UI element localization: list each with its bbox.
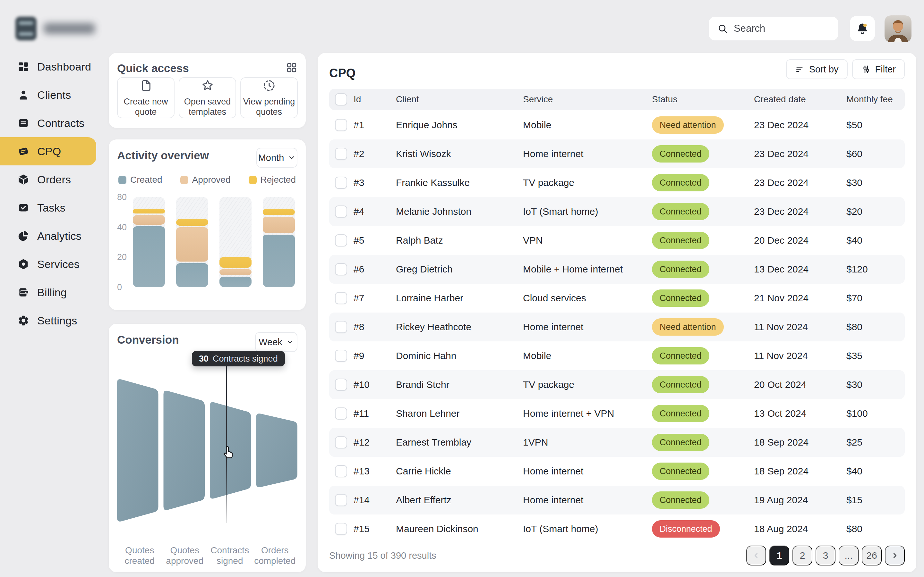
table-row[interactable]: #5Ralph BatzVPNConnected20 Dec 2024$40 [329, 226, 905, 255]
sidebar-item-orders[interactable]: Orders [0, 165, 96, 193]
create-new-quote-button[interactable]: Create new quote [117, 77, 174, 118]
quick-action-label: Open saved templates [179, 97, 236, 117]
cell-monthly-fee: $20 [846, 206, 905, 217]
table-row[interactable]: #12Earnest Tremblay1VPNConnected18 Sep 2… [329, 428, 905, 457]
cell-status: Connected [652, 347, 754, 364]
view-pending-quotes-button[interactable]: View pending quotes [240, 77, 298, 118]
page-button-3[interactable]: 3 [816, 546, 835, 566]
user-avatar[interactable] [885, 15, 911, 42]
cell-service: IoT (Smart home) [523, 206, 652, 217]
conversion-period-value: Week [258, 337, 282, 348]
page-button-2[interactable]: 2 [792, 546, 813, 566]
chevron-left-icon [752, 551, 760, 560]
page-button-1[interactable]: 1 [769, 546, 789, 566]
filter-button[interactable]: Filter [852, 59, 905, 79]
table-row[interactable]: #9Dominic HahnMobileConnected11 Nov 2024… [329, 342, 905, 370]
funnel-segments[interactable] [117, 375, 297, 526]
row-checkbox[interactable] [335, 321, 347, 333]
row-checkbox[interactable] [335, 465, 347, 477]
page-ellipsis: ... [838, 546, 859, 566]
bar-track-week-4[interactable] [263, 197, 295, 287]
analytics-icon [17, 230, 29, 242]
row-checkbox[interactable] [335, 350, 347, 362]
avatar-photo-icon [885, 15, 911, 42]
funnel-segment-quotes-approved[interactable] [164, 391, 205, 510]
table-row[interactable]: #13Carrie HickleHome internetConnected18… [329, 457, 905, 486]
sidebar-item-cpq[interactable]: CPQ [0, 137, 96, 165]
sidebar-item-clients[interactable]: Clients [0, 81, 96, 109]
row-checkbox[interactable] [335, 408, 347, 420]
activity-legend: CreatedApprovedRejected [118, 175, 296, 185]
bar-segment-approved [133, 215, 165, 225]
search-bar[interactable] [709, 17, 838, 40]
notifications-button[interactable] [850, 16, 875, 41]
open-saved-templates-button[interactable]: Open saved templates [179, 77, 236, 118]
table-row[interactable]: #6Greg DietrichMobile + Home internetCon… [329, 255, 905, 284]
bar-track-week-2[interactable] [176, 197, 208, 287]
sidebar-item-label: Tasks [37, 201, 65, 214]
select-all-checkbox[interactable] [335, 93, 347, 105]
table-row[interactable]: #2Kristi WisozkHome internetConnected23 … [329, 139, 905, 168]
column-header-monthly-fee: Monthly fee [846, 94, 905, 105]
cell-client: Albert Effertz [396, 495, 523, 506]
conversion-period-select[interactable]: Week [255, 332, 297, 352]
cell-status: Connected [652, 376, 754, 393]
row-checkbox[interactable] [335, 263, 347, 276]
table-row[interactable]: #11Sharon LehnerHome internet + VPNConne… [329, 399, 905, 428]
search-input[interactable] [734, 23, 824, 34]
row-checkbox[interactable] [335, 148, 347, 160]
table-row[interactable]: #8Rickey HeathcoteHome internetNeed atte… [329, 313, 905, 342]
status-badge: Connected [652, 203, 709, 220]
row-checkbox[interactable] [335, 205, 347, 218]
bar-track-week-1[interactable] [133, 197, 165, 287]
table-row[interactable]: #10Brandi StehrTV packageConnected20 Oct… [329, 370, 905, 399]
table-row[interactable]: #1Enrique JohnsMobileNeed attention23 De… [329, 111, 905, 139]
cell-created-date: 20 Dec 2024 [754, 235, 846, 246]
row-checkbox[interactable] [335, 119, 347, 131]
grid-icon[interactable] [286, 62, 297, 73]
row-checkbox[interactable] [335, 523, 347, 535]
funnel-tooltip: 30 Contracts signed [192, 351, 285, 366]
services-icon [17, 258, 29, 270]
table-row[interactable]: #7Lorraine HarberCloud servicesConnected… [329, 284, 905, 313]
cell-id: #11 [354, 408, 396, 419]
sidebar-item-settings[interactable]: Settings [0, 306, 96, 335]
cell-created-date: 23 Dec 2024 [754, 177, 846, 188]
table-row[interactable]: #3Frankie KassulkeTV packageConnected23 … [329, 168, 905, 197]
next-page-button[interactable] [885, 546, 905, 566]
row-checkbox[interactable] [335, 379, 347, 391]
cell-client: Carrie Hickle [396, 466, 523, 477]
cell-monthly-fee: $60 [846, 148, 905, 159]
activity-period-select[interactable]: Month [256, 148, 297, 168]
cell-service: Home internet [523, 466, 652, 477]
clock-icon [262, 79, 276, 93]
funnel-segment-orders-completed[interactable] [256, 414, 298, 487]
sidebar-item-dashboard[interactable]: Dashboard [0, 53, 96, 81]
sidebar-item-contracts[interactable]: Contracts [0, 109, 96, 137]
cell-client: Lorraine Harber [396, 293, 523, 303]
row-checkbox[interactable] [335, 234, 347, 247]
row-checkbox[interactable] [335, 177, 347, 189]
page-button-26[interactable]: 26 [862, 546, 882, 566]
previous-page-button[interactable] [746, 546, 766, 566]
sidebar-item-analytics[interactable]: Analytics [0, 222, 96, 250]
sidebar-item-tasks[interactable]: Tasks [0, 193, 96, 222]
sidebar-item-billing[interactable]: Billing [0, 278, 96, 306]
funnel-segment-quotes-created[interactable] [117, 379, 158, 522]
table-row[interactable]: #14Albert EffertzHome internetConnected1… [329, 486, 905, 514]
column-header-id: Id [354, 94, 396, 105]
cell-service: Home internet [523, 322, 652, 332]
bar-segment-rejected [133, 209, 165, 213]
cell-id: #7 [354, 293, 396, 303]
row-checkbox[interactable] [335, 494, 347, 506]
table-row[interactable]: #4Melanie JohnstonIoT (Smart home)Connec… [329, 197, 905, 226]
row-checkbox[interactable] [335, 436, 347, 448]
sort-by-button[interactable]: Sort by [786, 59, 848, 79]
row-checkbox[interactable] [335, 292, 347, 304]
bar-track-week-3[interactable] [220, 197, 252, 287]
sidebar-item-services[interactable]: Services [0, 250, 96, 278]
table-row[interactable]: #15Maureen DickinsonIoT (Smart home)Disc… [329, 514, 905, 543]
cell-client: Kristi Wisozk [396, 148, 523, 159]
clients-icon [17, 89, 29, 101]
cell-monthly-fee: $25 [846, 437, 905, 448]
